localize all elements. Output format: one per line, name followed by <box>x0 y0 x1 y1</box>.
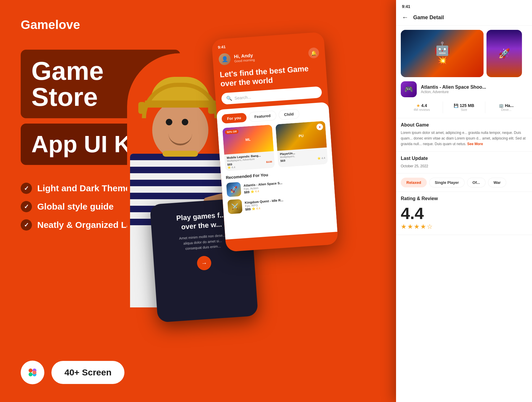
phone-game-price-2: $69 <box>280 159 285 163</box>
phone-detail-about-title: About Game <box>401 122 527 128</box>
phone-rec-stars-2: ⭐ 4.4 <box>252 207 260 210</box>
phone-game-img-1: ML <box>222 125 274 155</box>
bottom-row: 40+ Screen <box>21 361 180 384</box>
phone-detail: 9:41 ← Game Detail 🤖 💥 ▶ 🚀 🎮 Atlantis - … <box>396 0 532 402</box>
phone-detail-title: Game Detail <box>413 14 444 21</box>
phone-search-icon: 🔍 <box>226 95 232 101</box>
phone-detail-tag-relaxed[interactable]: Relaxed <box>401 178 427 187</box>
phone-detail-app-name: Atlantis - Alien Space Shoo... <box>421 85 486 90</box>
phone-detail-back-button[interactable]: ← <box>402 14 408 21</box>
star-icon: ★ <box>416 103 420 108</box>
phone-detail-rating-title: Rating & Review <box>401 196 527 201</box>
phone-detail-gallery: 🤖 💥 ▶ 🚀 <box>396 26 532 81</box>
phone-detail-stat-rating: ★ 4.4 4M reviews <box>401 101 443 113</box>
phone-game-rating-2: ⭐ 4.4 <box>317 156 325 160</box>
brand-logo: Gamelove <box>21 18 180 32</box>
phone-rec-price-1: $89 <box>244 190 249 194</box>
phone-detail-thumb-image: 🚀 <box>486 30 522 77</box>
phone-avatar: 👤 <box>218 53 231 66</box>
phone-detail-developer-val: 🏢 Ha... <box>485 103 527 108</box>
phone-detail-rating-section: Rating & Review 4.4 ★★★★☆ <box>396 192 532 235</box>
phone-detail-tag-war[interactable]: War <box>488 178 506 187</box>
check-icon-2 <box>21 201 32 212</box>
phone-header: 👤 Hi, Andy Good morning 🔔 <box>218 47 319 66</box>
phone-game-card-1[interactable]: ML 50% Off Mobile Legends: Bang... Multi… <box>222 125 275 171</box>
phone-detail-about-section: About Game Lorem ipsum dolor sit amet, a… <box>396 118 532 152</box>
phone-tabs: For you Featured Child <box>221 107 325 124</box>
svg-point-0 <box>29 369 33 372</box>
phone-main-content: 9:41 👤 Hi, Andy Good morning 🔔 Let's fin… <box>211 32 328 105</box>
phone-games-grid: ML 50% Off Mobile Legends: Bang... Multi… <box>222 121 328 171</box>
phone-search-bar[interactable]: 🔍 Search... <box>221 86 322 105</box>
phone-game-info-1: Mobile Legends: Bang... Multiplayers, Ad… <box>224 151 275 171</box>
phone-greeting: Hi, Andy Good morning <box>234 49 309 63</box>
phone-detail-size-label: Size <box>443 108 485 111</box>
screen-count-button[interactable]: 40+ Screen <box>51 361 124 384</box>
check-icon-3 <box>21 219 32 231</box>
phone-detail-main-image: 🤖 💥 ▶ <box>401 30 484 77</box>
phone-detail-tag-other[interactable]: Of... <box>467 178 486 187</box>
phone-rec-info-2: Kingdom Quest - Idle R... Fps, RPG $89 ⭐… <box>245 195 331 211</box>
phone-detail-stat-size: 💾 125 MB Size <box>443 101 485 113</box>
check-icon-1 <box>21 183 32 194</box>
phone-rec-item-2[interactable]: ⚔️ Kingdom Quest - Idle R... Fps, RPG $8… <box>227 193 331 214</box>
phone-detail-tags: Relaxed Single Player Of... War <box>401 178 527 187</box>
phone-rec-price-2: $89 <box>245 207 251 211</box>
phone-detail-tags-section: Relaxed Single Player Of... War <box>396 174 532 192</box>
phone-detail-stats: ★ 4.4 4M reviews 💾 125 MB Size 🏢 Ha... D… <box>396 101 532 118</box>
phone-detail-rating-val: ★ 4.4 <box>401 103 443 108</box>
phone-white-section: For you Featured Child ML 50% Off Mobile… <box>216 102 338 239</box>
figma-icon <box>21 361 44 384</box>
phone-detail-size-val: 💾 125 MB <box>443 103 485 108</box>
phone-detail-app-icon: 🎮 <box>401 81 417 97</box>
phone-tab-foryou[interactable]: For you <box>221 113 247 124</box>
phone-detail-update-section: Last Update October 25, 2022 <box>396 152 532 174</box>
phone-detail-app-info: Atlantis - Alien Space Shoo... Action, A… <box>421 85 486 94</box>
phone-hero-text: Let's find the best Game over the world <box>220 63 321 89</box>
phone-dark-arrow[interactable]: → <box>197 256 212 271</box>
phone-main: 9:41 👤 Hi, Andy Good morning 🔔 Let's fin… <box>211 32 338 252</box>
phone-detail-tag-singleplayer[interactable]: Single Player <box>429 178 465 187</box>
phone-detail-rating-big: 4.4 <box>401 204 527 223</box>
phone-game-price-old-1: $138 <box>266 160 272 163</box>
phone-detail-app-row: 🎮 Atlantis - Alien Space Shoo... Action,… <box>396 81 532 101</box>
svg-point-4 <box>33 370 36 374</box>
phone-detail-update-date: October 25, 2022 <box>401 163 527 169</box>
phone-detail-stat-developer: 🏢 Ha... Deve... <box>485 101 527 113</box>
phone-tab-child[interactable]: Child <box>278 109 300 120</box>
phone-rec-img-1: 🚀 <box>226 182 241 197</box>
phone-rec-img-2: ⚔️ <box>227 199 242 214</box>
phone-detail-rating-label: 4M reviews <box>401 108 443 111</box>
phone-detail-app-genre: Action, Adventure <box>421 90 486 94</box>
phone-detail-update-title: Last Update <box>401 156 527 161</box>
phone-rec-stars-1: ⭐ 4.4 <box>251 190 259 194</box>
svg-point-2 <box>29 372 33 376</box>
phone-detail-status-bar: 9:41 <box>396 0 532 11</box>
phone-tab-featured[interactable]: Featured <box>249 111 277 122</box>
phone-search-placeholder: Search... <box>234 95 251 100</box>
phone-detail-stars-row: ★★★★☆ <box>401 223 527 231</box>
see-more-link[interactable]: See More <box>467 142 483 146</box>
phone-detail-header: ← Game Detail <box>396 11 532 26</box>
phone-rec-info-1: Atlantis - Alien Space S... Fps, Action … <box>244 178 330 194</box>
phone-detail-desc: Lorem ipsum dolor sit amet, adipiscing e… <box>401 130 527 147</box>
phone-detail-developer-label: Deve... <box>485 108 527 111</box>
phone-game-card-2[interactable]: PU ♥ PlayerUn... Multiplayers, $69 ⭐ 4.4 <box>275 121 328 167</box>
phone-notif-icon[interactable]: 🔔 <box>308 47 319 59</box>
